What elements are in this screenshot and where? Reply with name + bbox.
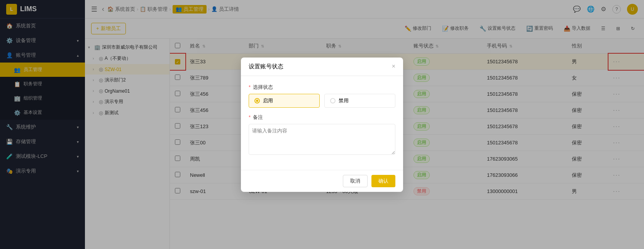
status-enabled-option[interactable]: 启用 <box>249 94 320 108</box>
note-textarea[interactable] <box>249 124 395 155</box>
status-radio-group: 启用 禁用 <box>249 94 395 108</box>
status-form-row: * 选择状态 启用 禁用 <box>249 84 395 108</box>
modal-title: 设置账号状态 <box>249 63 283 70</box>
note-form-row: * 备注 <box>249 114 395 156</box>
set-status-modal: 设置账号状态 × * 选择状态 启用 禁用 <box>241 58 403 192</box>
note-label: * 备注 <box>249 114 395 121</box>
status-label: * 选择状态 <box>249 84 395 91</box>
confirm-button[interactable]: 确认 <box>371 175 395 187</box>
status-disabled-option[interactable]: 禁用 <box>324 94 395 108</box>
disabled-label: 禁用 <box>339 97 349 104</box>
enabled-label: 启用 <box>263 97 273 104</box>
radio-disabled-dot <box>330 98 336 103</box>
modal-overlay: 设置账号状态 × * 选择状态 启用 禁用 <box>0 0 644 249</box>
modal-header: 设置账号状态 × <box>241 58 403 76</box>
modal-close-button[interactable]: × <box>392 63 395 70</box>
radio-enabled-dot <box>254 98 260 103</box>
modal-body: * 选择状态 启用 禁用 * 备注 <box>241 76 403 170</box>
modal-footer: 取消 确认 <box>241 170 403 192</box>
cancel-button[interactable]: 取消 <box>343 175 368 187</box>
